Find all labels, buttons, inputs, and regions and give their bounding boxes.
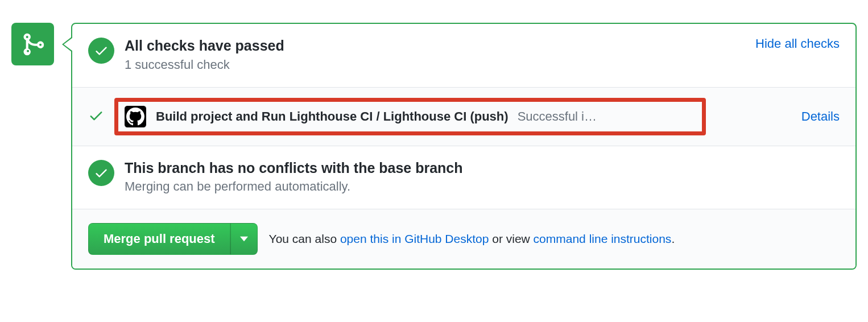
- checks-title: All checks have passed: [125, 36, 736, 55]
- merge-pull-request-button[interactable]: Merge pull request: [88, 223, 230, 255]
- command-line-instructions-link[interactable]: command line instructions: [534, 232, 672, 245]
- merge-button-group: Merge pull request: [88, 223, 258, 255]
- check-circle-icon: [88, 38, 114, 64]
- checks-subtitle: 1 successful check: [125, 57, 736, 72]
- highlighted-check: Build project and Run Lighthouse CI / Li…: [114, 98, 706, 135]
- hide-checks-link[interactable]: Hide all checks: [755, 36, 840, 51]
- caret-down-icon: [240, 236, 248, 242]
- check-circle-icon: [88, 160, 114, 186]
- speech-arrow: [62, 36, 72, 52]
- merge-dropdown-button[interactable]: [230, 223, 258, 255]
- conflicts-title: This branch has no conflicts with the ba…: [125, 159, 840, 177]
- check-icon: [88, 108, 104, 125]
- check-name: Build project and Run Lighthouse CI / Li…: [156, 109, 509, 124]
- merge-box: All checks have passed 1 successful chec…: [71, 23, 857, 270]
- github-icon: [124, 105, 147, 128]
- check-item-row: Build project and Run Lighthouse CI / Li…: [72, 87, 855, 146]
- conflicts-subtitle: Merging can be performed automatically.: [125, 179, 840, 194]
- check-details-link[interactable]: Details: [801, 109, 840, 124]
- conflicts-section: This branch has no conflicts with the ba…: [72, 146, 855, 209]
- merge-hint-text: You can also open this in GitHub Desktop…: [269, 232, 675, 246]
- open-github-desktop-link[interactable]: open this in GitHub Desktop: [340, 232, 489, 245]
- checks-summary-section: All checks have passed 1 successful chec…: [72, 24, 855, 87]
- git-merge-icon: [11, 23, 54, 65]
- merge-footer: Merge pull request You can also open thi…: [72, 209, 855, 269]
- check-status: Successful i…: [518, 109, 597, 124]
- merge-status-container: All checks have passed 1 successful chec…: [11, 23, 857, 270]
